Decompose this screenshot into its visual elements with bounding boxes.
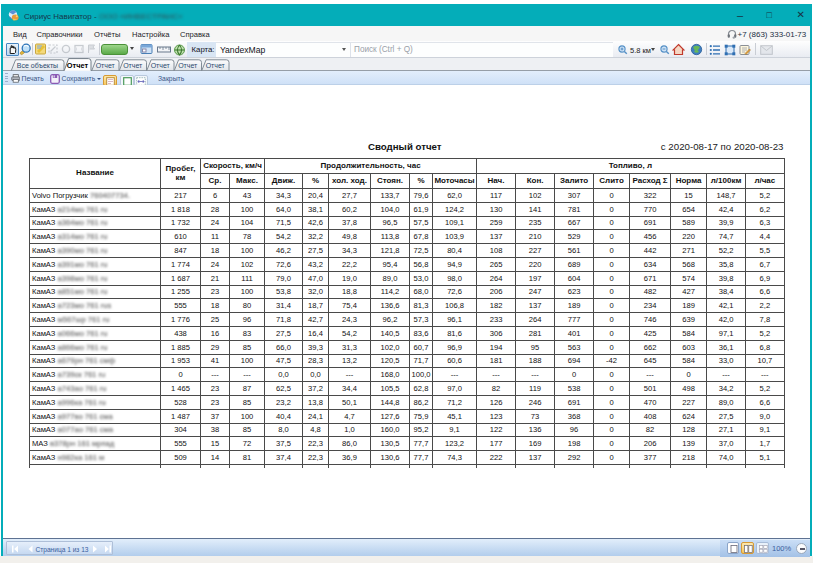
- svg-text:Отчет: Отчет: [96, 62, 116, 69]
- svg-text:Отчет: Отчет: [151, 62, 171, 69]
- svg-text:Все объекты: Все объекты: [17, 62, 58, 69]
- svg-text:Отчет: Отчет: [178, 62, 198, 69]
- svg-text:Отчет: Отчет: [67, 61, 89, 70]
- svg-text:Отчет: Отчет: [206, 62, 226, 69]
- svg-text:Отчет: Отчет: [123, 62, 143, 69]
